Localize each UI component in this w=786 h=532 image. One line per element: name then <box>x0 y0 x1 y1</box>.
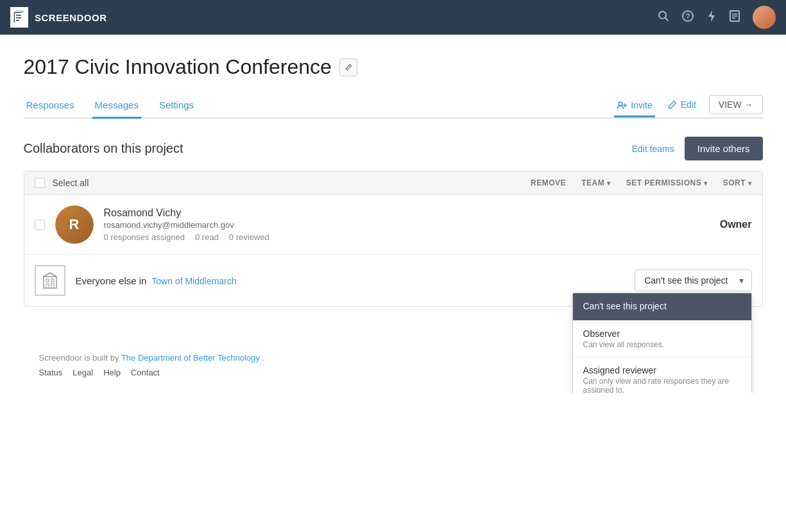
permissions-caret-icon: ▾ <box>704 180 708 187</box>
footer-help-link[interactable]: Help <box>103 368 121 377</box>
invite-others-button[interactable]: Invite others <box>685 137 763 160</box>
footer-org-link[interactable]: The Department of Better Technology <box>121 353 260 363</box>
view-button[interactable]: VIEW → <box>709 95 763 114</box>
project-title: 2017 Civic Innovation Conference <box>24 55 332 79</box>
select-all-checkbox[interactable] <box>35 178 45 188</box>
row-checkbox-rosamond[interactable] <box>35 219 45 230</box>
permissions-column-header[interactable]: SET PERMISSIONS ▾ <box>626 178 708 187</box>
tab-settings[interactable]: Settings <box>157 93 196 119</box>
svg-rect-21 <box>46 284 49 288</box>
tab-bar: Responses Messages Settings Invite Edit <box>24 92 763 119</box>
collaborators-title: Collaborators on this project <box>24 141 184 156</box>
svg-rect-20 <box>51 279 54 282</box>
remove-column-header[interactable]: REMOVE <box>531 178 566 187</box>
tab-messages[interactable]: Messages <box>92 93 141 119</box>
page-content: 2017 Civic Innovation Conference Respons… <box>8 35 778 393</box>
collaborators-table: Select all REMOVE TEAM ▾ SET PERMISSIONS… <box>24 171 763 307</box>
svg-marker-10 <box>708 10 715 22</box>
invite-tab-label: Invite <box>631 100 652 110</box>
option-description: Can view all responses. <box>583 340 741 349</box>
view-label: VIEW → <box>719 99 753 110</box>
dropdown-menu: Can't see this project Observer Can view… <box>572 293 752 393</box>
collaborators-section: Collaborators on this project Edit teams… <box>24 137 763 307</box>
project-title-row: 2017 Civic Innovation Conference <box>24 55 763 79</box>
logo-icon <box>10 7 28 28</box>
selected-permission-label: Can't see this project <box>644 275 728 286</box>
svg-rect-3 <box>16 15 21 16</box>
table-row: R Rosamond Vichy rosamond.vichy@middlema… <box>24 195 762 255</box>
svg-line-23 <box>44 273 50 277</box>
edit-teams-link[interactable]: Edit teams <box>632 144 674 154</box>
svg-point-15 <box>619 102 622 106</box>
footer-period: . <box>262 353 264 363</box>
svg-line-7 <box>665 17 669 21</box>
responses-assigned: 0 responses assigned <box>104 232 185 242</box>
search-icon[interactable] <box>658 10 669 25</box>
user-avatar[interactable] <box>753 6 776 29</box>
select-all-label: Select all <box>53 178 89 188</box>
permission-dropdown: Can't see this project ▾ Can't see this … <box>635 270 751 291</box>
collaborators-actions: Edit teams Invite others <box>632 137 763 160</box>
svg-rect-22 <box>51 284 54 288</box>
collaborator-name: Rosamond Vichy <box>104 207 710 219</box>
footer-text: Screendoor is built by <box>39 353 119 363</box>
dropdown-trigger[interactable]: Can't see this project ▾ <box>635 270 751 291</box>
dropdown-caret-icon: ▾ <box>739 275 744 286</box>
collaborator-stats: 0 responses assigned 0 read 0 reviewed <box>104 232 710 242</box>
footer-legal-link[interactable]: Legal <box>73 368 93 377</box>
option-title: Observer <box>583 329 741 339</box>
svg-rect-4 <box>16 17 21 19</box>
table-header-actions: REMOVE TEAM ▾ SET PERMISSIONS ▾ SORT ▾ <box>531 178 751 187</box>
collaborator-email: rosamond.vichy@middlemarch.gov <box>104 220 710 230</box>
logo[interactable]: SCREENDOOR <box>10 7 650 28</box>
collaborator-info: Rosamond Vichy rosamond.vichy@middlemarc… <box>104 207 710 242</box>
organization-icon <box>35 265 65 296</box>
dropdown-option-observer[interactable]: Observer Can view all responses. <box>573 321 751 357</box>
footer-contact-link[interactable]: Contact <box>131 368 160 377</box>
svg-text:?: ? <box>686 12 690 20</box>
collaborator-role: Owner <box>720 219 752 230</box>
help-icon[interactable]: ? <box>682 10 694 25</box>
sort-caret-icon: ▾ <box>748 180 752 187</box>
collaborators-header: Collaborators on this project Edit teams… <box>24 137 763 160</box>
svg-rect-5 <box>16 20 19 21</box>
invite-tab-button[interactable]: Invite <box>614 95 654 117</box>
option-description: Can only view and rate responses they ar… <box>583 377 741 393</box>
nav-icons: ? <box>658 6 776 29</box>
dropdown-option-cant-see[interactable]: Can't see this project <box>573 293 751 321</box>
team-caret-icon: ▾ <box>607 180 611 187</box>
tab-responses[interactable]: Responses <box>24 93 77 119</box>
footer-status-link[interactable]: Status <box>39 368 63 377</box>
edit-tab-button[interactable]: Edit <box>665 94 699 115</box>
read-count: 0 read <box>195 232 219 242</box>
org-name-link[interactable]: Town of Middlemarch <box>151 276 236 286</box>
sort-column-header[interactable]: SORT ▾ <box>723 178 752 187</box>
everyone-text: Everyone else in <box>76 275 147 286</box>
svg-line-24 <box>50 273 56 277</box>
lightning-icon[interactable] <box>706 10 717 25</box>
edit-tab-label: Edit <box>681 99 696 110</box>
table-row: Everyone else in Town of Middlemarch Can… <box>24 255 762 306</box>
avatar: R <box>55 205 94 244</box>
top-navigation: SCREENDOOR ? <box>0 0 786 35</box>
org-info: Everyone else in Town of Middlemarch <box>76 275 625 286</box>
svg-rect-19 <box>46 279 49 282</box>
dropdown-option-assigned-reviewer[interactable]: Assigned reviewer Can only view and rate… <box>573 357 751 393</box>
option-title: Can't see this project <box>583 301 741 311</box>
tab-actions: Invite Edit VIEW → <box>614 94 762 116</box>
option-title: Assigned reviewer <box>583 365 741 375</box>
reviewed-count: 0 reviewed <box>229 232 269 242</box>
team-column-header[interactable]: TEAM ▾ <box>581 178 611 187</box>
document-icon[interactable] <box>730 10 740 25</box>
table-header: Select all REMOVE TEAM ▾ SET PERMISSIONS… <box>24 171 762 195</box>
edit-title-button[interactable] <box>339 58 357 76</box>
logo-text: SCREENDOOR <box>35 12 107 23</box>
svg-rect-18 <box>44 277 56 288</box>
